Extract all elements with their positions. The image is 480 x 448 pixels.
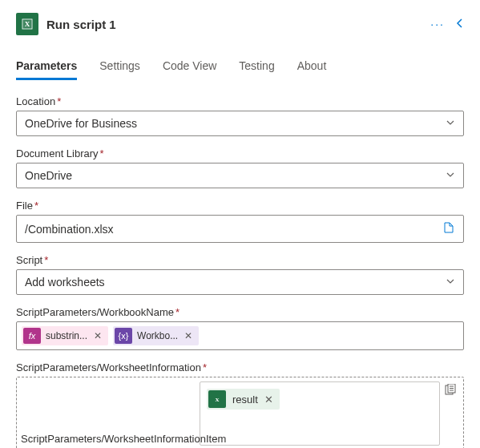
- worksheetinfo-array-container[interactable]: ScriptParameters/WorksheetInformationIte…: [16, 377, 464, 448]
- svg-text:X: X: [215, 397, 219, 403]
- library-dropdown[interactable]: OneDrive: [16, 163, 464, 188]
- required-mark: *: [175, 306, 179, 318]
- tab-bar: Parameters Settings Code View Testing Ab…: [16, 54, 464, 81]
- workbookname-label: ScriptParameters/WorkbookName*: [16, 306, 464, 318]
- remove-token-icon[interactable]: ✕: [264, 394, 273, 406]
- script-dropdown[interactable]: Add worksheets: [16, 269, 464, 295]
- more-options-icon[interactable]: ···: [430, 18, 445, 30]
- script-label: Script*: [16, 254, 464, 266]
- required-mark: *: [203, 361, 207, 373]
- tab-parameters[interactable]: Parameters: [16, 54, 77, 80]
- required-mark: *: [100, 147, 104, 159]
- variable-icon: {x}: [115, 328, 132, 344]
- chevron-down-icon: [446, 276, 455, 289]
- required-mark: *: [57, 95, 61, 107]
- location-value: OneDrive for Business: [25, 117, 137, 130]
- chevron-down-icon: [446, 117, 455, 130]
- chevron-down-icon: [446, 169, 455, 182]
- remove-token-icon[interactable]: ✕: [183, 330, 194, 341]
- worksheetinfo-item-input[interactable]: X result ✕: [200, 381, 440, 446]
- result-token-text: result: [232, 394, 258, 406]
- svg-text:X: X: [25, 20, 30, 28]
- worksheetinfo-label: ScriptParameters/WorksheetInformation*: [16, 361, 464, 373]
- collapse-chevron-icon[interactable]: [456, 18, 464, 31]
- card-title: Run script 1: [46, 18, 422, 31]
- worksheetinfo-item-label: ScriptParameters/WorksheetInformationIte…: [21, 433, 189, 446]
- library-label: Document Library*: [16, 147, 464, 159]
- required-mark: *: [34, 200, 38, 212]
- workbookname-input[interactable]: fx substrin... ✕ {x} Workbo... ✕: [16, 321, 464, 350]
- variable-token-workbook[interactable]: {x} Workbo... ✕: [113, 326, 199, 345]
- location-dropdown[interactable]: OneDrive for Business: [16, 111, 464, 136]
- file-browse-icon[interactable]: [442, 221, 455, 236]
- required-mark: *: [44, 254, 48, 266]
- remove-token-icon[interactable]: ✕: [92, 330, 103, 341]
- library-value: OneDrive: [25, 169, 72, 182]
- token-text: Workbo...: [137, 330, 178, 341]
- fx-icon: fx: [23, 328, 41, 344]
- tab-about[interactable]: About: [297, 54, 327, 80]
- excel-app-icon: X: [16, 13, 38, 35]
- token-text: substrin...: [46, 330, 87, 341]
- expression-token-substring[interactable]: fx substrin... ✕: [22, 326, 108, 345]
- file-value: /Combination.xlsx: [25, 223, 114, 236]
- location-label: Location*: [16, 95, 464, 107]
- tab-testing[interactable]: Testing: [239, 54, 274, 80]
- result-token[interactable]: X result ✕: [207, 389, 280, 410]
- excel-result-icon: X: [208, 390, 226, 408]
- switch-to-array-icon[interactable]: [444, 384, 457, 399]
- script-value: Add worksheets: [25, 276, 105, 289]
- file-picker[interactable]: /Combination.xlsx: [16, 215, 464, 243]
- tab-code-view[interactable]: Code View: [163, 54, 216, 80]
- file-label: File*: [16, 200, 464, 212]
- tab-settings[interactable]: Settings: [99, 54, 140, 80]
